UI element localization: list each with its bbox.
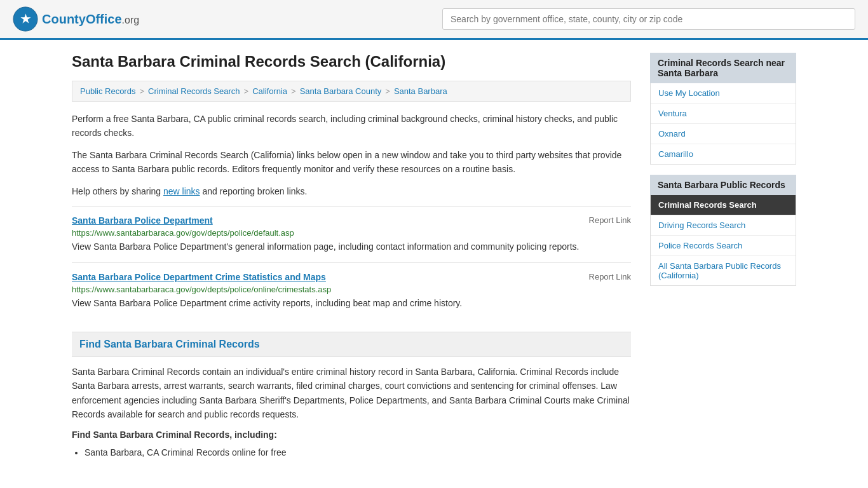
find-records-heading: Find Santa Barbara Criminal Records [72, 332, 631, 357]
section-sub-heading: Find Santa Barbara Criminal Records, inc… [72, 430, 631, 440]
breadcrumb-public-records[interactable]: Public Records [80, 86, 135, 96]
sidebar-section-public-records-body: Criminal Records Search Driving Records … [650, 195, 796, 286]
link-entry-2-url[interactable]: https://www.santabarbaraca.gov/gov/depts… [72, 285, 631, 294]
link-entry-1-title[interactable]: Santa Barbara Police Department [72, 215, 213, 226]
link-entry-2: Santa Barbara Police Department Crime St… [72, 262, 631, 319]
sidebar-section-nearby: Criminal Records Search near Santa Barba… [650, 53, 796, 165]
breadcrumb-sep-2: > [244, 86, 249, 96]
link-entry-1-url[interactable]: https://www.santabarbaraca.gov/gov/depts… [72, 228, 631, 238]
sidebar-link-driving-records[interactable]: Driving Records Search [651, 215, 796, 236]
sidebar: Criminal Records Search near Santa Barba… [650, 53, 796, 461]
search-input[interactable] [442, 8, 855, 30]
breadcrumb-sep-3: > [291, 86, 296, 96]
sidebar-link-ventura[interactable]: Ventura [651, 104, 796, 124]
sidebar-section-public-records: Santa Barbara Public Records Criminal Re… [650, 175, 796, 286]
breadcrumb-california[interactable]: California [252, 86, 287, 96]
page-title: Santa Barbara Criminal Records Search (C… [72, 53, 631, 71]
breadcrumb: Public Records > Criminal Records Search… [72, 81, 631, 102]
description-2: The Santa Barbara Criminal Records Searc… [72, 148, 631, 177]
sidebar-link-police-records[interactable]: Police Records Search [651, 236, 796, 256]
logo-area: ★ CountyOffice.org [13, 6, 139, 32]
bullet-item-1: Santa Barbara, CA Criminal Records onlin… [85, 445, 631, 461]
sidebar-link-oxnard[interactable]: Oxnard [651, 124, 796, 144]
breadcrumb-sep-1: > [139, 86, 144, 96]
sidebar-link-camarillo[interactable]: Camarillo [651, 144, 796, 164]
description-3-post: and reporting broken links. [200, 186, 308, 196]
breadcrumb-santa-barbara[interactable]: Santa Barbara [394, 86, 447, 96]
breadcrumb-santa-barbara-county[interactable]: Santa Barbara County [300, 86, 382, 96]
section-body: Santa Barbara Criminal Records contain a… [72, 365, 631, 422]
new-links-link[interactable]: new links [163, 186, 200, 196]
content: Santa Barbara Criminal Records Search (C… [72, 53, 631, 461]
main-container: Santa Barbara Criminal Records Search (C… [53, 40, 815, 473]
logo-icon: ★ [13, 6, 38, 32]
search-bar-container [442, 8, 855, 30]
sidebar-link-use-location[interactable]: Use My Location [651, 83, 796, 104]
sidebar-section-nearby-title: Criminal Records Search near Santa Barba… [650, 53, 796, 83]
svg-text:★: ★ [20, 13, 31, 25]
bullet-list: Santa Barbara, CA Criminal Records onlin… [85, 445, 631, 461]
header: ★ CountyOffice.org [0, 0, 868, 40]
logo-text: CountyOffice.org [42, 12, 139, 27]
link-entry-1-header: Santa Barbara Police Department Report L… [72, 215, 631, 226]
description-1: Perform a free Santa Barbara, CA public … [72, 112, 631, 140]
link-entry-2-report[interactable]: Report Link [589, 272, 631, 281]
link-entry-2-desc: View Santa Barbara Police Department cri… [72, 297, 631, 310]
breadcrumb-sep-4: > [385, 86, 390, 96]
sidebar-section-public-records-title: Santa Barbara Public Records [650, 175, 796, 195]
sidebar-link-all-public-records[interactable]: All Santa Barbara Public Records (Califo… [651, 256, 796, 285]
description-3-pre: Help others by sharing [72, 186, 163, 196]
description-3: Help others by sharing new links and rep… [72, 184, 631, 198]
link-entry-2-header: Santa Barbara Police Department Crime St… [72, 272, 631, 282]
sidebar-link-criminal-records[interactable]: Criminal Records Search [651, 195, 796, 215]
link-entry-1: Santa Barbara Police Department Report L… [72, 206, 631, 262]
breadcrumb-criminal-records-search[interactable]: Criminal Records Search [148, 86, 240, 96]
sidebar-section-nearby-body: Use My Location Ventura Oxnard Camarillo [650, 83, 796, 165]
link-entry-2-title[interactable]: Santa Barbara Police Department Crime St… [72, 272, 326, 282]
link-entry-1-desc: View Santa Barbara Police Department's g… [72, 240, 631, 254]
link-entry-1-report[interactable]: Report Link [589, 215, 631, 225]
